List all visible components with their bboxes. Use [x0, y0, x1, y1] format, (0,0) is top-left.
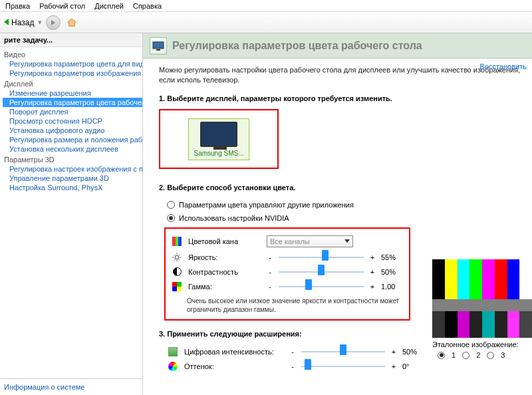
digital-intensity-slider[interactable] [301, 347, 385, 356]
monitor-icon [200, 122, 237, 147]
description: Можно регулировать настройки цвета рабоч… [159, 65, 523, 85]
header-band: Регулировка параметров цвета рабочего ст… [143, 33, 532, 59]
menu-display[interactable]: Дисплей [94, 2, 124, 10]
sidebar-item[interactable]: Регулировка настроек изображения с пр [3, 164, 142, 174]
sidebar-item[interactable]: Управление параметрами 3D [3, 174, 142, 183]
svg-rect-1 [156, 49, 160, 51]
svg-line-8 [179, 259, 180, 259]
channel-combo[interactable]: Все каналы [267, 235, 353, 247]
radio-icon [167, 214, 175, 222]
menu-help[interactable]: Справка [133, 2, 162, 10]
color-sliders-box: Цветовой кана Все каналы Яркость: - + 55… [164, 227, 410, 321]
svg-line-7 [174, 254, 175, 255]
contrast-slider[interactable] [279, 267, 364, 277]
step1-title: 1. Выберите дисплей, параметры которого … [159, 94, 523, 102]
gamma-slider[interactable] [279, 282, 364, 291]
forward-arrow-icon [51, 20, 55, 25]
color-bars-preview [432, 259, 532, 338]
ref-radio-1[interactable] [438, 352, 445, 359]
sidebar-item[interactable]: Просмотр состояния HDCP [3, 116, 142, 126]
reference-label: Эталонное изображение: [432, 340, 532, 348]
sidebar: рите задачу... Видео Регулировка парамет… [0, 33, 143, 395]
digital-intensity-value: 50% [402, 348, 425, 356]
contrast-label: Контрастность [188, 268, 261, 276]
brightness-value: 55% [381, 253, 404, 261]
hue-value: 0° [402, 362, 425, 370]
sidebar-item[interactable]: Установка цифрового аудио [3, 126, 142, 135]
sidebar-item[interactable]: Поворот дисплея [3, 107, 142, 116]
sidebar-item[interactable]: Настройка Surround, PhysX [3, 183, 142, 192]
chevron-down-icon [344, 239, 350, 243]
svg-rect-0 [153, 42, 164, 49]
digital-intensity-label: Цифровая интенсивность: [184, 348, 284, 356]
task-tree: Видео Регулировка параметров цвета для в… [0, 47, 142, 378]
brightness-label: Яркость: [188, 253, 261, 261]
sidebar-item[interactable]: Изменение разрешения [3, 88, 142, 98]
main-panel: Регулировка параметров цвета рабочего ст… [143, 33, 532, 395]
sidebar-header: рите задачу... [0, 33, 142, 47]
home-icon [66, 17, 78, 29]
hue-icon [168, 362, 178, 371]
radio-other-apps[interactable]: Параметрами цвета управляют другие прило… [159, 198, 523, 211]
radio-icon [167, 201, 175, 209]
page-title: Регулировка параметров цвета рабочего ст… [172, 40, 422, 52]
sidebar-item[interactable]: Установка нескольких дисплеев [3, 144, 142, 154]
digital-intensity-icon [168, 347, 178, 356]
back-arrow-icon [4, 19, 9, 25]
ref-radio-2[interactable] [462, 352, 469, 359]
header-icon [150, 37, 167, 55]
forward-button[interactable] [46, 15, 61, 30]
hue-slider[interactable] [301, 362, 385, 371]
brightness-slider[interactable] [279, 253, 364, 262]
menu-edit[interactable]: Правка [5, 2, 30, 10]
svg-point-2 [175, 255, 179, 259]
gamma-hint: Очень высокое или низкое значение яркост… [171, 294, 404, 315]
sidebar-footer: Информация о системе [0, 378, 142, 395]
gamma-value: 1.00 [381, 283, 404, 291]
brightness-icon [172, 253, 182, 262]
group-display: Дисплей [3, 78, 142, 88]
group-3d: Параметры 3D [3, 154, 142, 164]
display-selector: Samsung SMS... [159, 109, 279, 169]
hue-label: Оттенок: [184, 362, 284, 370]
step2-title: 2. Выберите способ установки цвета. [159, 184, 523, 192]
gamma-label: Гамма: [188, 283, 261, 291]
sidebar-item[interactable]: Регулировка параметров цвета для вид [3, 59, 142, 68]
svg-line-9 [179, 254, 180, 255]
sidebar-item-active[interactable]: Регулировка параметров цвета рабочег [3, 98, 142, 107]
system-info-link[interactable]: Информация о системе [4, 383, 84, 391]
radio-nvidia[interactable]: Использовать настройки NVIDIA [159, 211, 523, 225]
menu-desktop[interactable]: Рабочий стол [39, 2, 85, 10]
channel-icon [172, 237, 182, 246]
sidebar-item[interactable]: Регулировка размера и положения рабо [3, 135, 142, 144]
svg-line-10 [174, 259, 175, 259]
contrast-value: 50% [381, 268, 404, 276]
display-label: Samsung SMS... [194, 150, 243, 157]
sidebar-item[interactable]: Регулировка параметров изображения д [3, 68, 142, 78]
ref-radio-3[interactable] [487, 352, 494, 359]
restore-link[interactable]: Восстановить [480, 63, 527, 70]
preview-panel: Эталонное изображение: 1 2 3 [432, 259, 532, 359]
contrast-icon [173, 267, 182, 276]
back-button[interactable]: Назад [4, 18, 34, 27]
channel-label: Цветовой кана [188, 237, 261, 245]
gamma-icon [172, 282, 182, 291]
display-item[interactable]: Samsung SMS... [188, 118, 249, 160]
toolbar: Назад ▾ [0, 12, 532, 33]
home-button[interactable] [65, 15, 79, 30]
menubar: Правка Рабочий стол Дисплей Справка [0, 0, 532, 12]
group-video: Видео [3, 49, 142, 59]
